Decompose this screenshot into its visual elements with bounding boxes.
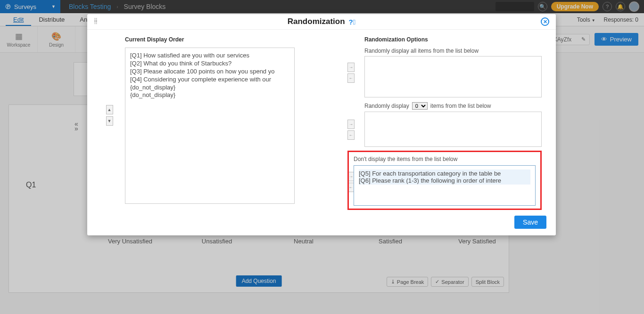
randomize-some-list[interactable] — [364, 112, 542, 147]
move-down-button[interactable]: ▼ — [106, 116, 113, 126]
current-order-header: Current Display Order — [125, 36, 295, 43]
dialog-header: ⠿⠿ Randomization ?⃝ ✕ — [87, 14, 556, 30]
current-order-list[interactable]: [Q1] How satisfied are you with our serv… — [125, 48, 295, 204]
move-left-button[interactable]: ← — [347, 73, 355, 83]
list-item[interactable]: [Q2] What do you think of Starbucks? — [130, 60, 289, 68]
dont-display-label: Don't display the items from the list be… — [354, 156, 536, 162]
randomization-options-header: Randomization Options — [364, 36, 542, 43]
save-button[interactable]: Save — [514, 216, 546, 229]
list-item[interactable]: [Q5] For each transportation category in… — [359, 170, 530, 177]
dont-display-list[interactable]: [Q5] For each transportation category in… — [354, 165, 536, 206]
randomize-count-select[interactable]: 0 — [412, 102, 428, 110]
modal-overlay[interactable]: ⠿⠿ Randomization ?⃝ ✕ ▲ ▼ Current Displa… — [0, 0, 644, 314]
dialog-title: Randomization — [288, 17, 345, 26]
randomize-some-prefix: Randomly display — [364, 103, 409, 109]
randomize-some-suffix: items from the list below — [430, 103, 491, 109]
help-icon[interactable]: ?⃝ — [349, 18, 356, 26]
randomize-all-label: Randomly display all items from the list… — [364, 48, 542, 54]
drag-handle-icon[interactable]: ⠿⠿ — [94, 19, 96, 24]
dialog-footer: Save — [87, 211, 556, 235]
move-right-button[interactable]: → — [347, 120, 355, 129]
list-item[interactable]: {do_not_display} — [130, 91, 289, 99]
move-right-button[interactable]: → — [347, 63, 355, 72]
dont-display-section: Don't display the items from the list be… — [347, 151, 542, 210]
randomization-dialog: ⠿⠿ Randomization ?⃝ ✕ ▲ ▼ Current Displa… — [87, 14, 556, 235]
randomize-all-list[interactable] — [364, 56, 542, 97]
list-item[interactable]: [Q4] Considering your complete experienc… — [130, 76, 289, 84]
list-item[interactable]: {do_not_display} — [130, 84, 289, 92]
list-item[interactable]: [Q3] Please allocate 100 points on how y… — [130, 68, 289, 76]
list-item[interactable]: [Q6] Please rank (1-3) the following in … — [359, 177, 530, 184]
move-up-button[interactable]: ▲ — [106, 105, 113, 114]
reorder-controls: ▲ ▼ — [101, 36, 117, 210]
dialog-body: ▲ ▼ Current Display Order [Q1] How satis… — [87, 30, 556, 214]
list-item[interactable]: [Q1] How satisfied are you with our serv… — [130, 52, 289, 60]
move-left-button[interactable]: ← — [347, 130, 355, 140]
close-button[interactable]: ✕ — [541, 17, 549, 26]
